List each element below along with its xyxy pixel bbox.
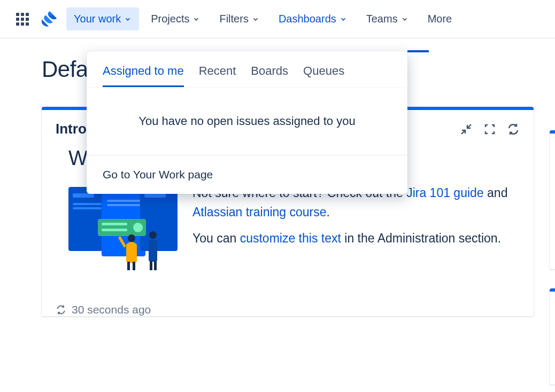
svg-point-18 [149, 231, 157, 239]
intro-text-1c: . [327, 205, 330, 219]
intro-text-1b: and [484, 186, 508, 200]
top-navigation: Your work Projects Filters Dashboards Te… [0, 0, 555, 38]
maximize-button[interactable] [483, 123, 496, 136]
svg-point-13 [133, 223, 143, 232]
chevron-down-icon [124, 15, 132, 23]
svg-rect-17 [133, 262, 135, 270]
jira-logo-icon [42, 11, 58, 27]
chevron-down-icon [252, 15, 259, 23]
svg-rect-7 [107, 204, 140, 206]
onboarding-illustration [68, 182, 181, 272]
app-switcher-icon [16, 13, 29, 26]
refresh-icon [56, 304, 66, 315]
nav-more[interactable]: More [420, 7, 460, 30]
gadget-actions [460, 123, 520, 136]
gadget-footer: 30 seconds ago [42, 294, 534, 316]
svg-rect-9 [144, 193, 166, 198]
chevron-down-icon [192, 15, 200, 23]
chevron-down-icon [340, 15, 347, 23]
jira-101-link[interactable]: Jira 101 guide [406, 186, 484, 200]
svg-point-14 [128, 234, 135, 242]
last-refreshed-text: 30 seconds ago [72, 303, 151, 316]
svg-rect-16 [127, 262, 130, 270]
go-to-your-work-link[interactable]: Go to Your Work page [87, 155, 407, 194]
minimize-button[interactable] [460, 123, 473, 136]
svg-rect-11 [102, 223, 127, 225]
svg-rect-1 [73, 193, 94, 198]
your-work-dropdown: Assigned to me Recent Boards Queues You … [87, 51, 407, 194]
nav-more-label: More [428, 13, 452, 25]
nav-teams[interactable]: Teams [359, 7, 416, 30]
training-course-link[interactable]: Atlassian training course [192, 205, 327, 219]
dropdown-tabs: Assigned to me Recent Boards Queues [87, 51, 407, 88]
svg-rect-20 [154, 261, 157, 270]
intro-text-2b: in the Administration section. [341, 231, 501, 245]
svg-rect-6 [107, 200, 140, 202]
minimize-icon [460, 123, 473, 136]
nav-your-work[interactable]: Your work [66, 7, 139, 30]
intro-text-2a: You can [192, 231, 240, 245]
side-gadget-2 [550, 288, 555, 385]
svg-rect-12 [102, 229, 127, 231]
gadget-body-text: Not sure where to start? Check out the J… [192, 184, 520, 256]
tab-queues[interactable]: Queues [303, 64, 344, 87]
nav-active-indicator [407, 50, 429, 52]
nav-projects-label: Projects [151, 13, 189, 25]
chevron-down-icon [401, 15, 408, 23]
customize-text-link[interactable]: customize this text [240, 231, 341, 245]
nav-dashboards[interactable]: Dashboards [271, 7, 354, 30]
jira-logo[interactable] [42, 11, 58, 27]
nav-your-work-label: Your work [74, 13, 121, 25]
tab-boards[interactable]: Boards [251, 64, 288, 87]
dropdown-empty-message: You have no open issues assigned to you [87, 88, 407, 155]
nav-projects[interactable]: Projects [143, 7, 207, 30]
nav-teams-label: Teams [366, 13, 398, 25]
maximize-icon [483, 123, 496, 136]
tab-recent[interactable]: Recent [199, 64, 236, 87]
refresh-button[interactable] [507, 123, 520, 136]
svg-rect-19 [150, 261, 152, 270]
nav-dashboards-label: Dashboards [279, 13, 336, 25]
side-gadget-1 [550, 130, 555, 269]
svg-rect-2 [73, 203, 102, 205]
nav-filters[interactable]: Filters [212, 7, 266, 30]
nav-filters-label: Filters [219, 13, 248, 25]
tab-assigned-to-me[interactable]: Assigned to me [103, 64, 184, 87]
gadget-title: Intro [56, 121, 87, 137]
app-switcher-button[interactable] [13, 10, 32, 29]
svg-rect-3 [73, 207, 102, 209]
refresh-icon [507, 123, 520, 136]
